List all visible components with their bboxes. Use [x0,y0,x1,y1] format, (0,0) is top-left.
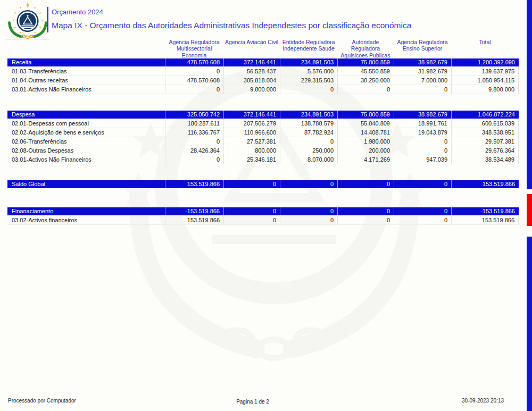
row-value: -153.519.866 [165,207,223,215]
row-value: 27.527.381 [223,137,280,146]
row-value: 110.966.600 [223,128,280,137]
row-value: 1.980.000 [337,137,394,146]
row-value: -153.519.866 [451,207,519,215]
row-value: 0 [165,67,223,76]
row-value: 0 [280,216,337,224]
row-value: 116.336.767 [165,128,223,137]
table-section: Despesa325.050.742372.146.441234.891.503… [7,111,519,164]
row-value: 1.200.392.090 [451,58,519,66]
row-value: 234.891.503 [280,58,337,66]
row-label: Receita [7,58,165,66]
row-value: 5.576.000 [280,67,337,76]
row-value: 153.519.866 [451,216,519,224]
row-value: 947.039 [394,155,451,164]
row-value: 0 [337,85,394,94]
row-label: 03.01-Activos Não Financeiros [7,155,165,164]
column-header-aquisicoes-publicas: Autoridade Reguladora Aquisicoes Publica… [337,38,394,58]
row-value: 0 [394,146,451,155]
row-value: 0 [280,180,337,188]
table-section: Saldo Global153.519.8660000153.519.866 [7,180,519,189]
row-value: 9.800.000 [223,85,280,94]
row-value: 38.982.679 [394,58,451,66]
row-value: 18.991.761 [394,119,451,128]
row-value: 600.615.039 [451,119,519,128]
row-label: 01.04-Outras receitas [7,76,165,85]
row-value: 38.534.489 [451,155,519,164]
row-value: 0 [337,216,394,224]
row-value: 325.050.742 [165,111,223,119]
column-header-ensino-superior: Agencia Reguladora Ensino Superior [394,38,451,52]
row-value: 153.519.866 [451,180,519,188]
budget-table-sections: Receita478.570.608372.146.441234.891.503… [7,58,519,225]
row-value: 139.637.975 [451,67,519,76]
column-header-row: Agencia Reguladora Multissectorial Econo… [7,38,519,58]
edge-bar-blue-top [527,0,532,189]
row-value: 0 [280,85,337,94]
row-value: 38.982.679 [394,111,451,119]
row-value: 0 [165,137,223,146]
row-value: 0 [394,207,451,215]
row-value: 138.788.579 [280,119,337,128]
row-value: 0 [165,85,223,94]
row-value: 348.538.951 [451,128,519,137]
column-header-agencia-multissectorial: Agencia Reguladora Multissectorial Econo… [165,38,223,58]
row-value: 0 [394,85,451,94]
row-value: 4.171.269 [337,155,394,164]
row-value: 478.570.608 [165,58,223,66]
row-value: 29.507.381 [451,137,519,146]
row-label: Finanaciamento [7,207,165,215]
row-value: 28.426.364 [165,146,223,155]
row-value: 0 [223,180,280,188]
row-value: 372.146.441 [223,58,280,66]
table-row: 03.02-Activos financeiros153.519.8660000… [7,216,519,225]
row-value: 14.408.781 [337,128,394,137]
row-value: 19.043.879 [394,128,451,137]
row-value: 9.800.000 [451,85,519,94]
row-value: 234.891.503 [280,111,337,119]
row-label: 03.01-Activos Não Financeiros [7,85,165,94]
row-value: 305.818.004 [223,76,280,85]
row-value: 0 [223,216,280,224]
row-value: 0 [394,216,451,224]
row-value: 45.550.859 [337,67,394,76]
row-value: 0 [165,155,223,164]
table-row: 02.08-Outras Despesas28.426.364800.00025… [7,146,519,155]
row-value: 8.070.000 [280,155,337,164]
row-value: 1.050.954.115 [451,76,519,85]
row-value: 31.982.679 [394,67,451,76]
row-value: 0 [394,137,451,146]
row-value: 0 [280,137,337,146]
row-value: 207.506.279 [223,119,280,128]
budget-year-label: Orçamento 2024 [52,8,103,16]
row-value: 75.800.859 [337,58,394,66]
table-row: 03.01-Activos Não Financeiros09.800.0000… [7,85,519,94]
row-value: 200.000 [337,146,394,155]
section-header-row: Saldo Global153.519.8660000153.519.866 [7,180,519,189]
report-page: Orçamento 2024 Mapa IX - Orçamento das A… [0,0,532,411]
row-label: 02.06-Transferências [7,137,165,146]
row-value: 30.250.000 [337,76,394,85]
row-value: 55.040.809 [337,119,394,128]
row-value: 800.000 [223,146,280,155]
row-value: 478.570.608 [165,76,223,85]
column-header-total: Total [451,38,519,45]
column-header-spacer [7,38,165,39]
table-section: Finanaciamento-153.519.8660000-153.519.8… [7,207,519,225]
row-value: 56.528.437 [223,67,280,76]
section-header-row: Finanaciamento-153.519.8660000-153.519.8… [7,207,519,216]
page-number-label: Pagina 1 de 2 [0,399,505,405]
row-value: 0 [223,207,280,215]
row-value: 29.676.364 [451,146,519,155]
row-value: 0 [337,207,394,215]
row-value: 153.519.866 [165,180,223,188]
row-label: 02.02-Aquisição de bens e serviços [7,128,165,137]
row-value: 25.346.181 [223,155,280,164]
row-value: 180.287.611 [165,119,223,128]
row-label: Saldo Global [7,180,165,188]
row-value: 75.800.859 [337,111,394,119]
table-row: 02.02-Aquisição de bens e serviços116.33… [7,128,519,137]
row-value: 1.046.872.224 [451,111,519,119]
row-value: 0 [280,207,337,215]
row-value: 7.000.000 [394,76,451,85]
row-label: Despesa [7,111,165,119]
